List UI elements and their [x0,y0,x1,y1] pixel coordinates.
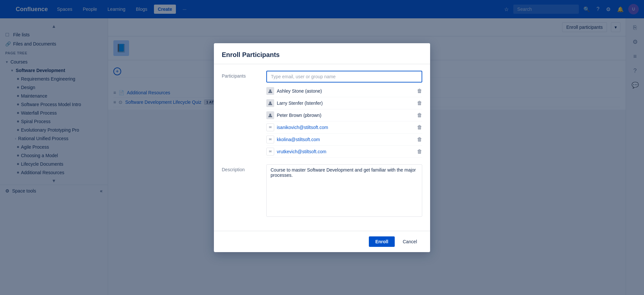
participant-email-kkolina: kkolina@stiltsoft.com [277,137,414,142]
description-label: Description [222,164,261,218]
cancel-button[interactable]: Cancel [397,236,422,247]
delete-ashley-button[interactable]: 🗑 [417,88,422,94]
participant-list: Ashley Stone (astone) 🗑 Larry Stenfer (l… [266,85,422,158]
modal-footer: Enroll Cancel [214,231,430,252]
description-row: Description Course to master Software De… [222,164,422,218]
participant-item-peter: Peter Brown (pbrown) 🗑 [266,109,422,121]
user-icon [268,89,273,93]
participant-email-vrutkevich: vrutkevich@stiltsoft.com [277,149,414,154]
participant-item-isanikovich: ✉ isanikovich@stiltsoft.com 🗑 [266,121,422,134]
user-icon-3 [268,113,273,118]
delete-vrutkevich-button[interactable]: 🗑 [417,149,422,155]
participant-item-vrutkevich: ✉ vrutkevich@stiltsoft.com 🗑 [266,146,422,158]
participant-item-kkolina: ✉ kkolina@stiltsoft.com 🗑 [266,134,422,146]
email-icon-3: ✉ [266,148,274,156]
delete-isanikovich-button[interactable]: 🗑 [417,124,422,130]
modal-title: Enroll Participants [222,51,422,59]
description-textarea[interactable]: Course to master Software Development an… [266,164,422,217]
participant-name-ashley: Ashley Stone (astone) [277,88,414,94]
email-icon-2: ✉ [266,136,274,143]
participant-email-isanikovich: isanikovich@stiltsoft.com [277,125,414,130]
participants-row: Participants Ashley Stone (astone) 🗑 [222,71,422,158]
participant-name-larry: Larry Stenfer (lstenfer) [277,101,414,106]
participant-item-larry: Larry Stenfer (lstenfer) 🗑 [266,97,422,109]
participants-label: Participants [222,71,261,158]
modal-body: Participants Ashley Stone (astone) 🗑 [214,64,430,231]
delete-peter-button[interactable]: 🗑 [417,112,422,118]
user-icon-2 [268,101,273,105]
enroll-button[interactable]: Enroll [369,236,395,247]
delete-larry-button[interactable]: 🗑 [417,100,422,106]
email-icon-1: ✉ [266,123,274,131]
modal-header: Enroll Participants [214,43,430,64]
participant-item-ashley: Ashley Stone (astone) 🗑 [266,85,422,97]
enroll-participants-modal: Enroll Participants Participants Ashley … [214,43,430,252]
participant-avatar-larry [266,99,274,107]
participant-avatar-ashley [266,87,274,95]
delete-kkolina-button[interactable]: 🗑 [417,137,422,142]
participants-control: Ashley Stone (astone) 🗑 Larry Stenfer (l… [266,71,422,158]
participants-input[interactable] [266,71,422,83]
participant-name-peter: Peter Brown (pbrown) [277,113,414,118]
description-control: Course to master Software Development an… [266,164,422,218]
participant-avatar-peter [266,111,274,119]
modal-overlay[interactable]: Enroll Participants Participants Ashley … [0,0,644,295]
